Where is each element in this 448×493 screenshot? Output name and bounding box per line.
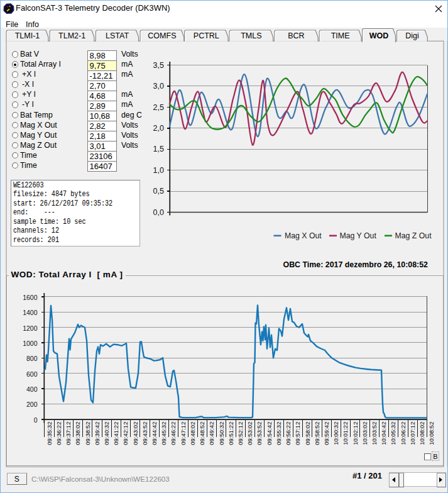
svg-text:Mag Z Out: Mag Z Out bbox=[395, 231, 432, 240]
svg-text:09:51:22: 09:51:22 bbox=[227, 422, 234, 445]
svg-text:10:07:12: 10:07:12 bbox=[409, 422, 416, 445]
svg-text:TMLS: TMLS bbox=[241, 31, 261, 40]
svg-text:400: 400 bbox=[26, 385, 38, 393]
svg-text:09:55:32: 09:55:32 bbox=[275, 422, 282, 445]
svg-text:09:35:32: 09:35:32 bbox=[46, 422, 53, 445]
svg-text:WOD: WOD bbox=[369, 31, 389, 40]
svg-text:09:49:42: 09:49:42 bbox=[208, 422, 215, 445]
svg-text:09:45:32: 09:45:32 bbox=[160, 422, 167, 445]
svg-text:09:42:12: 09:42:12 bbox=[122, 422, 129, 445]
svg-text:09:36:22: 09:36:22 bbox=[55, 422, 62, 445]
svg-text:09:58:02: 09:58:02 bbox=[304, 422, 311, 445]
svg-text:10:06:22: 10:06:22 bbox=[400, 422, 407, 445]
svg-text:800: 800 bbox=[26, 355, 38, 362]
svg-text:LSTAT: LSTAT bbox=[106, 31, 129, 40]
svg-text:10:03:02: 10:03:02 bbox=[361, 422, 368, 445]
svg-text:0: 0 bbox=[34, 416, 38, 424]
svg-text:1600: 1600 bbox=[23, 294, 38, 301]
svg-text:TLM2-1: TLM2-1 bbox=[58, 31, 85, 40]
svg-text:1200: 1200 bbox=[23, 324, 38, 332]
svg-text:1,0: 1,0 bbox=[153, 166, 164, 175]
svg-text:3,0: 3,0 bbox=[153, 82, 164, 91]
svg-text:09:41:22: 09:41:22 bbox=[112, 422, 119, 445]
svg-text:09:53:02: 09:53:02 bbox=[246, 422, 253, 445]
svg-text:200: 200 bbox=[26, 401, 38, 408]
svg-text:09:48:52: 09:48:52 bbox=[199, 422, 205, 445]
svg-text:09:48:02: 09:48:02 bbox=[189, 422, 196, 445]
svg-text:09:58:52: 09:58:52 bbox=[314, 422, 320, 445]
svg-text:09:50:32: 09:50:32 bbox=[218, 422, 225, 445]
svg-text:2,0: 2,0 bbox=[153, 124, 164, 133]
svg-text:Mag Y Out: Mag Y Out bbox=[340, 231, 377, 240]
svg-text:0,5: 0,5 bbox=[153, 187, 164, 196]
svg-text:2,5: 2,5 bbox=[153, 103, 164, 112]
svg-text:09:53:52: 09:53:52 bbox=[256, 422, 263, 445]
svg-text:600: 600 bbox=[26, 370, 38, 378]
svg-text:09:46:22: 09:46:22 bbox=[170, 422, 177, 445]
svg-text:09:44:42: 09:44:42 bbox=[151, 422, 158, 445]
svg-text:10:00:32: 10:00:32 bbox=[332, 422, 339, 445]
svg-text:09:39:42: 09:39:42 bbox=[94, 422, 101, 445]
svg-text:1,5: 1,5 bbox=[153, 145, 164, 153]
svg-text:09:37:12: 09:37:12 bbox=[65, 422, 72, 445]
svg-text:0,0: 0,0 bbox=[153, 208, 164, 217]
svg-text:10:02:12: 10:02:12 bbox=[352, 422, 359, 445]
svg-text:1400: 1400 bbox=[23, 309, 38, 316]
svg-text:09:47:12: 09:47:12 bbox=[180, 422, 187, 445]
svg-text:09:56:22: 09:56:22 bbox=[285, 422, 292, 445]
svg-text:09:59:42: 09:59:42 bbox=[323, 422, 330, 445]
svg-text:10:03:52: 10:03:52 bbox=[371, 422, 378, 445]
svg-text:1000: 1000 bbox=[23, 340, 38, 347]
svg-text:09:43:02: 09:43:02 bbox=[132, 422, 139, 445]
svg-text:10:08:52: 10:08:52 bbox=[428, 422, 435, 445]
svg-text:BCR: BCR bbox=[288, 31, 304, 40]
svg-text:09:52:12: 09:52:12 bbox=[237, 422, 244, 445]
svg-text:09:43:52: 09:43:52 bbox=[141, 422, 148, 445]
svg-text:10:08:02: 10:08:02 bbox=[418, 422, 425, 445]
svg-text:Mag X Out: Mag X Out bbox=[285, 231, 322, 240]
svg-text:TLMI-1: TLMI-1 bbox=[15, 31, 40, 40]
svg-text:PCTRL: PCTRL bbox=[194, 31, 219, 40]
svg-text:10:01:22: 10:01:22 bbox=[342, 422, 349, 445]
svg-text:10:05:32: 10:05:32 bbox=[390, 422, 396, 445]
svg-text:COMFS: COMFS bbox=[148, 31, 176, 40]
svg-text:Digi: Digi bbox=[405, 31, 419, 40]
svg-text:09:54:42: 09:54:42 bbox=[266, 422, 273, 445]
svg-text:10:04:42: 10:04:42 bbox=[380, 422, 387, 445]
svg-text:09:38:02: 09:38:02 bbox=[74, 422, 81, 445]
svg-text:09:38:52: 09:38:52 bbox=[84, 422, 91, 445]
svg-text:09:57:12: 09:57:12 bbox=[294, 422, 301, 445]
svg-text:3,5: 3,5 bbox=[153, 61, 164, 70]
svg-text:09:40:32: 09:40:32 bbox=[103, 422, 110, 445]
svg-text:TIME: TIME bbox=[331, 31, 350, 40]
